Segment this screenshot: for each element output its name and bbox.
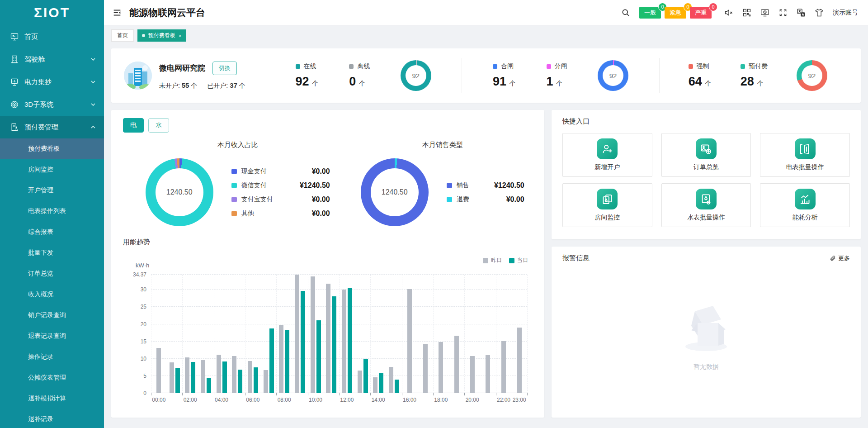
bar-昨日[interactable] (342, 290, 346, 393)
shortcut-水表批量操作[interactable]: 水表批量操作 (661, 183, 751, 227)
bar-昨日[interactable] (295, 275, 299, 393)
bar-当日[interactable] (238, 370, 242, 393)
bar-昨日[interactable] (156, 348, 161, 393)
bar-当日[interactable] (285, 330, 289, 393)
alarm-badge-紧急[interactable]: 紧急 0 (665, 7, 686, 19)
org-block: 微电网研究院 切换 未开户: 55 个已开户: 37 个 (116, 62, 265, 90)
bar-昨日[interactable] (248, 361, 252, 393)
account-name[interactable]: 演示账号 (833, 9, 858, 17)
sidebar-subitem-7[interactable]: 收入概况 (0, 284, 104, 305)
bar-昨日[interactable] (501, 341, 506, 393)
pie-section: 本月收入占比 1240.50 现金支付 ¥0.00 微信支付 ¥1240.50 … (123, 134, 533, 226)
add-account-icon (597, 138, 618, 159)
collapse-menu-icon[interactable] (112, 8, 122, 18)
alarm-badge-一般[interactable]: 一般 0 (639, 7, 661, 19)
fullscreen-icon[interactable] (778, 8, 788, 17)
shortcut-订单总览[interactable]: 订单总览 (661, 133, 751, 177)
sidebar-subitem-5[interactable]: 批量下发 (0, 243, 104, 263)
bar-昨日[interactable] (389, 367, 393, 393)
sidebar-subitem-1[interactable]: 房间监控 (0, 159, 104, 180)
mute-icon[interactable] (724, 8, 733, 17)
sidebar-subitem-6[interactable]: 订单总览 (0, 263, 104, 284)
income-donut: 1240.50 (146, 158, 213, 226)
bar-当日[interactable] (316, 320, 321, 393)
theme-shirt-icon[interactable] (815, 8, 824, 17)
bar-昨日[interactable] (170, 362, 174, 393)
stat-label: 分闸 (555, 62, 567, 71)
bar-当日[interactable] (254, 367, 258, 393)
sidebar-subitem-4[interactable]: 综合报表 (0, 222, 104, 243)
bar-昨日[interactable] (454, 336, 459, 393)
sidebar-item-3[interactable]: 3D子系统 (0, 93, 104, 116)
bar-昨日[interactable] (517, 328, 522, 393)
legend-item-当日[interactable]: 当日 (509, 257, 528, 264)
bar-昨日[interactable] (486, 355, 490, 393)
sidebar-item-2[interactable]: 电力集抄 (0, 71, 104, 93)
sidebar-subitem-0[interactable]: 预付费看板 (0, 138, 104, 159)
stat-value: 0个 (349, 75, 370, 89)
toggle-water[interactable]: 水 (148, 118, 169, 133)
bar-昨日[interactable] (185, 357, 189, 393)
apps-grid-icon[interactable] (742, 8, 751, 17)
bar-当日[interactable] (207, 378, 211, 393)
shortcut-能耗分析[interactable]: 能耗分析 (760, 183, 850, 227)
tab-home[interactable]: 首页 (111, 29, 134, 42)
legend-value: ¥0.00 (293, 195, 330, 204)
bar-当日[interactable] (348, 288, 352, 393)
bar-昨日[interactable] (279, 325, 283, 393)
close-tab-icon[interactable]: × (179, 33, 181, 38)
bar-昨日[interactable] (423, 344, 428, 393)
translate-icon[interactable] (797, 8, 806, 17)
legend-row-支付宝支付: 支付宝支付 ¥0.00 (231, 195, 330, 204)
bar-昨日[interactable] (373, 377, 377, 393)
sidebar-item-4[interactable]: 预付费管理 (0, 116, 104, 138)
screen-monitor-icon[interactable] (760, 8, 769, 17)
bar-当日[interactable] (301, 291, 305, 393)
sidebar-item-0[interactable]: 首页 (0, 25, 104, 48)
stat-在线: 在线 92个 (296, 62, 319, 89)
bar-group-19:00 (449, 275, 465, 393)
bar-昨日[interactable] (232, 356, 236, 393)
top-header: 能源物联网云平台 一般 0紧急 0严重 0 演示账号 (104, 0, 868, 25)
toggle-electric[interactable]: 电 (123, 118, 144, 133)
x-axis-label: 00:00 (152, 397, 165, 403)
bar-昨日[interactable] (439, 342, 443, 393)
bar-当日[interactable] (363, 359, 368, 393)
legend-item-昨日[interactable]: 昨日 (483, 257, 502, 264)
sidebar-subitem-12[interactable]: 退补模拟计算 (0, 388, 104, 409)
sidebar-subitem-11[interactable]: 公摊仪表管理 (0, 367, 104, 388)
shortcut-电表批量操作[interactable]: 电表批量操作 (760, 133, 850, 177)
shortcut-房间监控[interactable]: 房间监控 (562, 183, 652, 227)
sidebar-subitem-9[interactable]: 退表记录查询 (0, 326, 104, 347)
bar-当日[interactable] (269, 328, 274, 393)
bar-当日[interactable] (395, 380, 399, 393)
bar-当日[interactable] (175, 368, 180, 393)
switch-org-button[interactable]: 切换 (212, 62, 237, 75)
bar-昨日[interactable] (326, 284, 330, 393)
bar-昨日[interactable] (201, 360, 205, 393)
bar-昨日[interactable] (470, 356, 475, 393)
sidebar-subitem-13[interactable]: 退补记录 (0, 409, 104, 428)
sidebar: ΣIOT 首页 驾驶舱 电力集抄 3D子系统 预付费管理预付费看板房间监控开户管… (0, 0, 104, 428)
bar-昨日[interactable] (358, 371, 362, 393)
sidebar-subitem-8[interactable]: 销户记录查询 (0, 305, 104, 326)
bar-昨日[interactable] (264, 370, 268, 393)
bar-当日[interactable] (379, 373, 383, 393)
active-tab-dot (142, 34, 145, 37)
tab-prepaid-board[interactable]: 预付费看板 × (137, 29, 186, 42)
bar-昨日[interactable] (217, 355, 221, 393)
legend-label: 当日 (517, 257, 528, 264)
bar-当日[interactable] (222, 361, 227, 393)
bar-昨日[interactable] (407, 289, 412, 393)
alarm-badge-严重[interactable]: 严重 0 (690, 7, 712, 19)
shortcut-新增开户[interactable]: 新增开户 (562, 133, 652, 177)
sidebar-subitem-3[interactable]: 电表操作列表 (0, 201, 104, 222)
sidebar-subitem-10[interactable]: 操作记录 (0, 347, 104, 367)
bar-当日[interactable] (332, 296, 336, 393)
search-icon[interactable] (621, 8, 630, 17)
sidebar-item-1[interactable]: 驾驶舱 (0, 48, 104, 71)
bar-当日[interactable] (191, 362, 195, 393)
sidebar-subitem-2[interactable]: 开户管理 (0, 180, 104, 201)
alarm-badges: 一般 0紧急 0严重 0 (639, 7, 715, 19)
bar-昨日[interactable] (311, 276, 315, 393)
